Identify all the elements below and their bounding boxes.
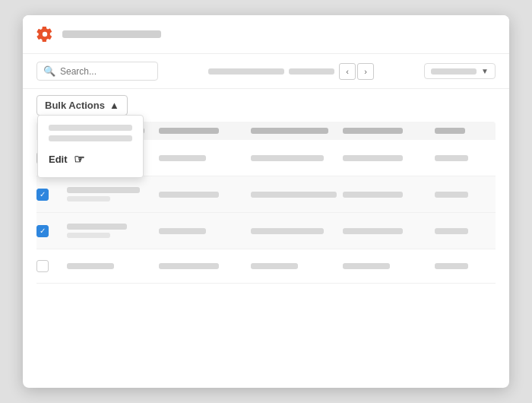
- content-area: Bulk Actions ▲ Edit ☞: [23, 89, 509, 388]
- row-2-col3: [251, 192, 337, 198]
- bulk-actions-label: Bulk Actions: [45, 100, 105, 111]
- row-4-col5: [435, 263, 468, 269]
- dropdown-placeholder-1: [49, 125, 132, 131]
- pagination-info: [208, 68, 284, 75]
- row-2-col2: [159, 192, 219, 198]
- row-1-col3: [251, 155, 324, 161]
- row-2-col4: [343, 192, 403, 198]
- th-actions: [435, 128, 465, 134]
- table-row: [36, 249, 496, 284]
- th-location: [343, 128, 403, 134]
- next-page-button[interactable]: ›: [357, 63, 374, 80]
- bulk-actions-button[interactable]: Bulk Actions ▲ Edit ☞: [36, 95, 128, 116]
- bulk-actions-bar: Bulk Actions ▲ Edit ☞: [23, 89, 509, 122]
- table-row: [36, 213, 496, 249]
- title-bar: [23, 15, 509, 54]
- pagination-count: [289, 68, 334, 75]
- search-box[interactable]: 🔍: [36, 62, 158, 81]
- table-row: [36, 176, 496, 213]
- row-4-col3: [251, 263, 298, 269]
- edit-label: Edit: [49, 154, 68, 165]
- gear-icon: [36, 26, 53, 43]
- row-4-col4: [343, 263, 390, 269]
- row-4-checkbox[interactable]: [36, 260, 49, 272]
- row-4-col1: [67, 263, 153, 269]
- row-3-col5: [435, 228, 468, 234]
- row-4-col2: [159, 263, 219, 269]
- main-window: 🔍 ‹ › ▼ Bulk Actions ▲: [23, 15, 509, 388]
- row-2-col1: [67, 187, 153, 202]
- bulk-actions-arrow-icon: ▲: [109, 100, 119, 111]
- row-2-checkbox[interactable]: [36, 189, 49, 201]
- chevron-down-icon: ▼: [481, 67, 489, 75]
- row-3-col1: [67, 224, 153, 238]
- dropdown-placeholder-2: [49, 135, 132, 141]
- row-3-checkbox[interactable]: [36, 225, 49, 237]
- per-page-select[interactable]: ▼: [424, 63, 496, 79]
- cursor-icon: ☞: [74, 152, 84, 167]
- row-2-col5: [435, 192, 468, 198]
- search-icon: 🔍: [43, 65, 55, 77]
- th-title: [159, 128, 219, 134]
- title-text: [62, 30, 161, 38]
- search-input[interactable]: [60, 66, 151, 77]
- pagination-bar: ‹ ›: [167, 63, 415, 80]
- bulk-actions-dropdown: Edit ☞: [37, 115, 144, 178]
- row-3-col3: [251, 228, 324, 234]
- toolbar: 🔍 ‹ › ▼: [23, 54, 509, 89]
- row-1-col4: [343, 155, 403, 161]
- row-3-col2: [159, 228, 206, 234]
- row-1-col5: [435, 155, 468, 161]
- row-1-col2: [159, 155, 206, 161]
- per-page-label: [431, 68, 477, 75]
- pagination-arrows: ‹ ›: [339, 63, 374, 80]
- row-3-col4: [343, 228, 403, 234]
- bulk-actions-edit-item[interactable]: Edit ☞: [38, 146, 143, 173]
- th-department: [251, 128, 328, 134]
- prev-page-button[interactable]: ‹: [339, 63, 356, 80]
